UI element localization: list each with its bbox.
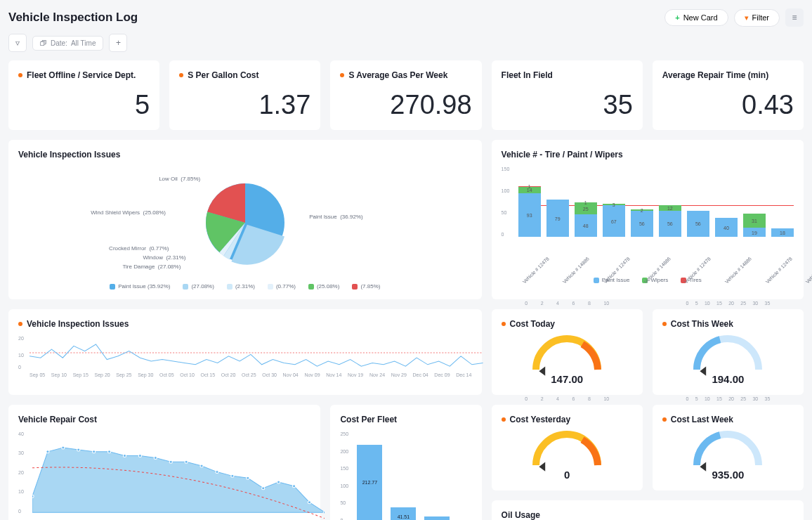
filter-icon-button[interactable]: ▿ [8,34,27,52]
status-dot-icon [18,73,22,77]
card-title: Vehicle Inspection Issues [18,150,472,160]
card-title: Cost This Week [671,319,733,329]
card-title: Oil Usage [502,510,794,520]
card-title: Vehicle Repair Cost [18,415,310,424]
svg-point-23 [308,501,310,504]
card-title: Cost Last Week [671,415,733,424]
add-filter-button[interactable]: + [109,34,127,52]
oil-usage-card[interactable]: Oil Usage 050100150 6 oz1444 oz1308 oz37 [492,500,804,520]
status-dot-icon [340,73,344,77]
pie-label: Low Oil (7.85%) [159,176,200,182]
page-header: Vehicle Inspection Log +New Card ▾Filter… [8,8,804,27]
kpi-fleet-in-field[interactable]: Fleet In Field 35 [492,60,643,130]
status-dot-icon [502,322,506,326]
pie-chart-card[interactable]: Vehicle Inspection Issues Paint Issue (3… [8,140,482,299]
kpi-fleet-offline[interactable]: Fleet Offline / Service Dept. 5 [8,60,159,130]
kpi-gallon-cost[interactable]: S Per Gallon Cost 1.37 [169,60,320,130]
svg-point-13 [154,456,157,459]
svg-point-20 [262,487,265,490]
svg-point-14 [169,460,172,463]
kpi-value: 5 [18,90,150,120]
svg-point-18 [231,474,234,477]
svg-marker-4 [32,448,325,512]
kpi-repair-time[interactable]: Average Repair Time (min) 0.43 [653,60,804,130]
stacked-bar-card[interactable]: Vehicle # - Tire / Paint / Wipers 150100… [492,140,804,299]
new-card-label: New Card [683,13,718,22]
status-dot-icon [662,417,667,422]
date-range-button[interactable]: 🗇 Date: All Time [32,36,103,51]
pie-label: Tire Damage (27.08%) [122,264,181,270]
page-title: Vehicle Inspection Log [8,11,138,25]
status-dot-icon [18,322,22,326]
calendar-icon: 🗇 [40,39,47,47]
svg-point-15 [185,460,188,463]
menu-button[interactable]: ≡ [785,8,804,27]
pie-legend: Paint Issue (35.92%)(27.08%)(2.31%)(0.77… [18,283,472,290]
kpi-title: S Average Gas Per Week [348,70,447,80]
pie-label: Window (2.31%) [143,254,186,261]
card-title: Vehicle # - Tire / Paint / Wipers [502,150,794,160]
svg-point-24 [323,511,325,514]
area-chart: 403020100-10 SepOctNov [18,431,310,520]
kpi-value: 0.43 [662,90,794,120]
card-title: Cost Yesterday [510,415,571,424]
svg-point-6 [46,450,49,453]
date-label: Date: [51,39,67,47]
svg-marker-25 [539,462,546,472]
kpi-title: Fleet In Field [502,70,553,80]
svg-point-7 [62,446,65,449]
svg-point-16 [200,464,203,467]
filter-label: Filter [752,13,769,22]
svg-point-5 [32,495,34,498]
toolbar: ▿ 🗇 Date: All Time + [8,34,804,52]
svg-point-9 [93,450,96,453]
filter-button[interactable]: ▾Filter [734,9,780,27]
status-dot-icon [179,73,183,77]
stacked-bar-chart: 150100500 931417948251673562561256401931… [502,167,794,258]
kpi-value: 35 [502,90,633,120]
svg-point-10 [107,450,110,453]
pie-label: Wind Shield Wipers (25.08%) [91,209,166,216]
kpi-gas-week[interactable]: S Average Gas Per Week 270.98 [330,60,481,130]
svg-point-11 [123,455,126,457]
svg-point-22 [292,485,295,488]
kpi-title: Average Repair Time (min) [662,70,768,80]
filter-icon: ▾ [745,13,749,22]
pie-label: Crocked Mirror (0.77%) [109,245,169,252]
gauge-cost-today[interactable]: Cost Today 0246810 147.00 [492,309,643,395]
svg-marker-2 [539,367,546,376]
fleet-bar-card[interactable]: Cost Per Fleet 250200150100500 212.7741.… [330,405,481,520]
status-dot-icon [662,322,667,326]
area-chart-card[interactable]: Vehicle Repair Cost 403020100-10 SepOctN… [8,405,320,520]
sparkline-chart: 20 10 0 Sep 05Sep 10Sep 15Sep 20Sep 25Se… [18,336,472,378]
kpi-title: Fleet Offline / Service Dept. [27,70,136,80]
gauge-cost-this-week[interactable]: Cost This Week 05101520253035 194.00 [653,309,804,395]
svg-point-19 [247,476,249,479]
card-title: Vehicle Inspection Issues [27,319,129,329]
card-title: Cost Today [510,319,555,329]
gauge-cost-yesterday[interactable]: Cost Yesterday 0246810 0 [492,405,643,490]
svg-point-21 [277,481,280,483]
date-value: All Time [71,39,96,47]
dashboard-grid: Fleet Offline / Service Dept. 5 S Per Ga… [8,60,804,520]
gauge-value: 194.00 [712,373,744,385]
card-title: Cost Per Fleet [340,415,471,424]
kpi-value: 1.37 [179,90,310,120]
gauge-value: 147.00 [551,373,583,385]
svg-point-12 [138,455,141,457]
svg-marker-26 [700,462,707,472]
sparkline-card[interactable]: Vehicle Inspection Issues 20 10 0 Sep 05… [8,309,482,395]
kpi-value: 270.98 [340,90,471,120]
kpi-title: S Per Gallon Cost [188,70,258,80]
gauge-value: 935.00 [712,469,744,481]
svg-point-8 [77,448,80,451]
gauge-value: 0 [564,469,570,481]
svg-point-17 [216,471,218,474]
pie-label: Paint Issue (36.92%) [309,214,362,220]
gauge-cost-last-week[interactable]: Cost Last Week 05101520253035 935.00 [653,405,804,490]
status-dot-icon [502,417,506,422]
pie-chart: Paint Issue (36.92%) Low Oil (7.85%) Win… [18,167,472,279]
header-actions: +New Card ▾Filter ≡ [664,8,804,27]
svg-marker-3 [700,367,707,376]
new-card-button[interactable]: +New Card [664,9,728,26]
